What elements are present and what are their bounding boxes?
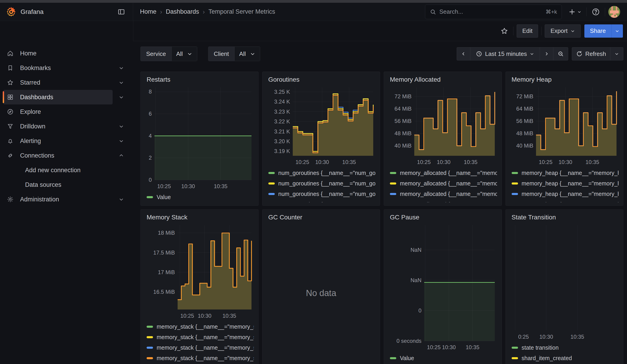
legend-label: memory_heap {__name__="memory_h [522,180,619,187]
legend-item[interactable]: memory_heap {__name__="memory_h [512,199,619,202]
add-button[interactable] [566,6,583,18]
panel-title[interactable]: State Transition [512,214,619,221]
legend-item[interactable]: Value [147,192,254,202]
legend-item[interactable]: memory_allocated {__name__="memo [390,168,497,178]
legend-swatch [147,357,153,359]
legend-swatch [512,193,518,195]
time-series-chart[interactable]: 3.19 K3.20 K3.21 K3.22 K3.23 K3.24 K3.25… [267,85,375,166]
compass-icon [7,108,14,115]
legend-item[interactable]: memory_stack {__name__="memory_s [147,332,254,342]
sidebar-item-bookmarks[interactable]: Bookmarks [3,61,113,75]
panel-title[interactable]: Memory Heap [512,76,619,83]
sidebar-item-data-sources[interactable]: Data sources [3,177,130,192]
panel-title[interactable]: GC Pause [390,214,497,221]
svg-text:10:25: 10:25 [417,159,431,165]
template-variable-filters: ServiceAllClientAll [140,47,260,61]
svg-text:40 MiB: 40 MiB [394,143,412,149]
legend-item[interactable]: state transition [512,342,619,353]
legend-label: memory_heap {__name__="memory_h [522,201,619,203]
legend-item[interactable]: memory_stack {__name__="memory_s [147,342,254,353]
legend-item[interactable]: num_goroutines {__name__="num_go [268,178,375,189]
zoom-out-button[interactable] [553,47,568,60]
time-series-chart[interactable]: 40 MiB48 MiB56 MiB64 MiB72 MiB10:2510:30… [510,85,619,166]
panel-memory-heap: Memory Heap40 MiB48 MiB56 MiB64 MiB72 Mi… [506,72,624,206]
time-shift-back-button[interactable] [457,47,470,60]
time-series-chart[interactable]: 16.5 MiB17 MiB17.5 MiB18 MiB10:2510:3010… [145,223,254,320]
legend-item[interactable]: memory_heap {__name__="memory_h [512,168,619,178]
avatar[interactable] [608,6,620,18]
sidebar-expand-toggle[interactable] [113,65,130,71]
share-button[interactable]: Share [584,24,612,38]
sidebar-item-drilldown[interactable]: Drilldown [3,119,113,134]
search-icon [430,9,436,15]
sidebar-item-administration[interactable]: Administration [3,192,113,207]
svg-text:72 MiB: 72 MiB [394,93,412,100]
panel-title[interactable]: Memory Stack [147,214,254,221]
sidebar-item-label: Add new connection [25,167,80,174]
breadcrumb-item: Temporal Server Metrics [209,8,275,15]
sidebar-item-starred[interactable]: Starred [3,75,113,90]
time-series-chart[interactable]: 0246810:2510:3010:35 [145,85,254,190]
filter-label: Service [141,47,172,61]
refresh-interval-button[interactable] [610,47,623,60]
sidebar-toggle-icon[interactable] [116,6,127,18]
panel-title[interactable]: Restarts [147,76,254,83]
sidebar-item-explore[interactable]: Explore [3,104,130,119]
sidebar-expand-toggle[interactable] [113,124,130,129]
filter-value-dropdown[interactable]: All [172,47,197,61]
export-button[interactable]: Export [545,24,580,38]
legend-item[interactable]: Value [390,353,497,363]
svg-text:10:30: 10:30 [181,183,195,189]
legend-label: memory_allocated {__name__="memo [400,170,497,176]
panel-legend: num_goroutines {__name__="num_gonum_goro… [267,166,375,202]
svg-text:4: 4 [149,133,152,139]
time-shift-forward-button[interactable] [540,47,553,60]
sidebar-expand-toggle[interactable] [113,95,130,100]
breadcrumb-item[interactable]: Home [140,8,157,15]
search-box[interactable]: ⌘+k [425,4,562,19]
edit-button[interactable]: Edit [517,24,538,38]
panel-title[interactable]: GC Counter [268,214,375,221]
help-icon[interactable] [590,6,602,18]
time-range-picker[interactable]: Last 15 minutes [470,47,540,60]
legend-item[interactable]: memory_allocated {__name__="memo [390,178,497,189]
share-menu-button[interactable] [612,24,623,38]
chevron-down-icon [119,65,124,71]
legend-item[interactable]: memory_stack {__name__="memory_s [147,321,254,332]
sidebar-item-alerting[interactable]: Alerting [3,134,113,148]
time-series-chart[interactable]: 0:2510:3010:35 [510,223,619,341]
filter-value-dropdown[interactable]: All [235,47,260,61]
legend-item[interactable]: num_goroutines {__name__="num_go [268,168,375,178]
search-input[interactable] [439,8,542,15]
favorite-star-button[interactable] [499,25,510,37]
legend-item[interactable]: memory_stack {__name__="memory_s [147,353,254,363]
legend-item[interactable]: memory_allocated {__name__="memo [390,199,497,202]
svg-text:56 MiB: 56 MiB [516,118,533,124]
variable-filter-client: ClientAll [208,47,260,61]
time-series-chart[interactable]: 40 MiB48 MiB56 MiB64 MiB72 MiB10:2510:30… [388,85,497,166]
sidebar-item-home[interactable]: Home [3,46,130,61]
sidebar-item-dashboards[interactable]: Dashboards [3,90,113,104]
legend-item[interactable]: memory_heap {__name__="memory_h [512,189,619,199]
refresh-button[interactable]: Refresh [572,47,610,60]
breadcrumb-item[interactable]: Dashboards [166,8,199,15]
panel-title[interactable]: Goroutines [268,76,375,83]
breadcrumb-separator: › [203,8,205,15]
sidebar-expand-toggle[interactable] [113,138,130,144]
legend-item[interactable]: shard_item_created [512,353,619,363]
sidebar-item-add-new-connection[interactable]: Add new connection [3,163,130,177]
sidebar-expand-toggle[interactable] [113,197,130,202]
legend-item[interactable]: num_goroutines {__name__="num_go [268,199,375,202]
chevron-down-icon [530,52,534,56]
legend-item[interactable]: memory_allocated {__name__="memo [390,189,497,199]
sidebar-expand-toggle[interactable] [113,80,130,85]
legend-item[interactable]: memory_heap {__name__="memory_h [512,178,619,189]
star-icon [7,79,14,86]
panel-title[interactable]: Memory Allocated [390,76,497,83]
sidebar-item-connections[interactable]: Connections [3,148,113,163]
sidebar-expand-toggle[interactable] [113,153,130,158]
time-series-chart[interactable]: 0 seconds0NaNNaN10:2510:3010:35 [388,223,497,352]
legend-swatch [147,347,153,349]
divider [513,27,514,35]
legend-item[interactable]: num_goroutines {__name__="num_go [268,189,375,199]
